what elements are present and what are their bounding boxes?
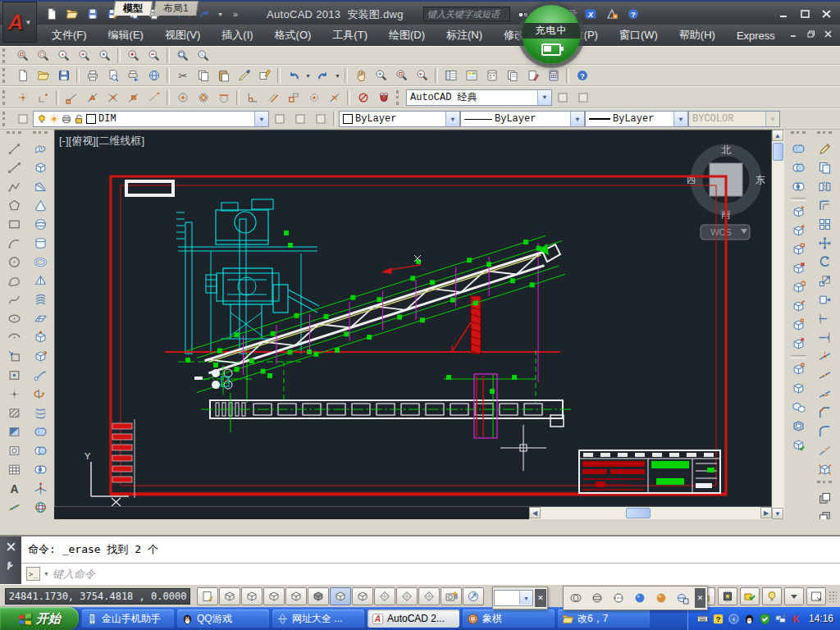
- chamfer-button[interactable]: [815, 404, 834, 422]
- revolve-button[interactable]: [30, 385, 50, 404]
- layer-unlock-icon[interactable]: [74, 114, 84, 124]
- visual-styles-close-icon[interactable]: ✕: [695, 588, 705, 608]
- my-workspace-button[interactable]: [573, 88, 593, 107]
- zoom-extents-button[interactable]: [193, 46, 213, 66]
- menu-item-6[interactable]: 绘图(D): [378, 25, 436, 46]
- manage-visual-styles-button[interactable]: [672, 589, 693, 607]
- shell-button[interactable]: [788, 417, 808, 436]
- doc-restore-button[interactable]: [805, 28, 818, 40]
- redo-button[interactable]: [313, 66, 333, 85]
- layer-plot-icon[interactable]: [62, 114, 71, 124]
- snap-midpoint-button[interactable]: [82, 88, 103, 107]
- scroll-right-button[interactable]: ▶: [760, 507, 772, 518]
- delete-faces-button[interactable]: [788, 259, 808, 278]
- extrude-button[interactable]: [30, 328, 50, 347]
- point-button[interactable]: [4, 385, 24, 404]
- 3d-orbit-button[interactable]: [30, 498, 50, 517]
- match-properties-button[interactable]: [234, 66, 254, 85]
- arc-button[interactable]: [4, 234, 24, 253]
- scroll-up-button[interactable]: ▲: [772, 130, 783, 141]
- task-autocad[interactable]: AAutoCAD 2...: [368, 609, 459, 628]
- linetype-combo-dropdown-icon[interactable]: ▼: [570, 112, 584, 126]
- subscription-icon[interactable]: [604, 6, 620, 22]
- copy-faces-button[interactable]: [788, 316, 808, 335]
- snap-parallel-button[interactable]: [262, 88, 283, 107]
- toolbar-drag-handle[interactable]: [817, 131, 832, 139]
- gradient-button[interactable]: [4, 422, 24, 441]
- plot-button[interactable]: [82, 66, 103, 85]
- extrude-faces-button[interactable]: [788, 203, 808, 221]
- close-command-icon[interactable]: [6, 541, 16, 552]
- save-button[interactable]: [53, 66, 74, 85]
- quick-calc-button[interactable]: [543, 66, 564, 85]
- more-commands-button[interactable]: »: [226, 5, 244, 23]
- close-button[interactable]: [819, 7, 835, 21]
- helix-button[interactable]: [30, 290, 50, 309]
- tray-network-icon[interactable]: [774, 613, 787, 625]
- viewport-label[interactable]: [-][俯视][二维线框]: [59, 134, 144, 148]
- menu-item-3[interactable]: 插入(I): [211, 25, 263, 46]
- publish-button[interactable]: [123, 66, 144, 85]
- toolbar-drag-handle[interactable]: [7, 131, 21, 139]
- undo-button[interactable]: [283, 66, 304, 85]
- toggle-ortho-mode[interactable]: [263, 587, 285, 605]
- sheet-set-manager-button[interactable]: [502, 66, 523, 85]
- status-lightbulb-button[interactable]: [762, 587, 782, 605]
- snap-tangent-button[interactable]: [213, 88, 234, 107]
- toolbar-drag-handle[interactable]: [2, 90, 9, 105]
- snap-apparent-intersection-button[interactable]: [123, 88, 144, 107]
- layer-previous-button[interactable]: [290, 109, 310, 129]
- scroll-left-button[interactable]: ◀: [529, 507, 541, 518]
- 3d-hidden-button[interactable]: [608, 589, 629, 607]
- layer-combo[interactable]: DIM▼: [33, 111, 269, 127]
- stretch-button[interactable]: [815, 290, 834, 309]
- doc-minimize-button[interactable]: [788, 28, 801, 40]
- menu-item-2[interactable]: 视图(V): [154, 25, 211, 46]
- taskbar-clock[interactable]: 14:16: [809, 613, 833, 624]
- floating-toolbar-close-icon[interactable]: ✕: [535, 589, 546, 607]
- hatch-button[interactable]: [4, 404, 24, 422]
- snap-intersection-button[interactable]: [103, 88, 123, 107]
- table-button[interactable]: [4, 460, 24, 479]
- open-button[interactable]: [33, 66, 53, 85]
- zoom-out-button[interactable]: [144, 46, 164, 66]
- toggle-3d-object-snap[interactable]: [330, 587, 351, 605]
- 3d-wireframe-button[interactable]: [587, 589, 608, 607]
- fillet-button[interactable]: [815, 422, 834, 441]
- osnap-settings-button[interactable]: [373, 88, 394, 107]
- rectangle-button[interactable]: [4, 215, 24, 234]
- application-menu-button[interactable]: A▼: [2, 2, 37, 43]
- toolbar-drag-handle[interactable]: [2, 48, 9, 63]
- snap-node-button[interactable]: [304, 88, 324, 107]
- ellipse-arc-button[interactable]: [4, 328, 24, 347]
- horizontal-scrollbar[interactable]: ◀ ▶: [529, 507, 772, 519]
- command-prompt-placeholder[interactable]: 键入命令: [52, 567, 95, 582]
- new-button[interactable]: [12, 66, 33, 85]
- ellipse-button[interactable]: [4, 309, 24, 328]
- mirror-button[interactable]: [815, 177, 834, 196]
- toggle-selection-cycling[interactable]: [463, 587, 484, 605]
- open-button[interactable]: [63, 5, 81, 23]
- zoom-scale-button[interactable]: [53, 46, 74, 66]
- menu-item-7[interactable]: 标注(N): [436, 25, 493, 46]
- snap-none-button[interactable]: [353, 88, 373, 107]
- redo-dropdown[interactable]: ▼: [217, 5, 224, 23]
- subtract-button[interactable]: [788, 158, 808, 177]
- doc-close-button[interactable]: [822, 28, 835, 40]
- layer-properties-manager-button[interactable]: [12, 109, 33, 129]
- torus-button[interactable]: [30, 253, 50, 272]
- lineweight-combo-dropdown-icon[interactable]: ▼: [673, 112, 687, 126]
- snap-perpendicular-button[interactable]: [242, 88, 262, 107]
- clean-screen-button[interactable]: [806, 587, 826, 605]
- make-block-button[interactable]: [4, 366, 24, 385]
- polygon-button[interactable]: [4, 196, 24, 215]
- zoom-center-button[interactable]: [74, 46, 94, 66]
- toggle-object-snap[interactable]: [308, 587, 329, 605]
- circle-button[interactable]: [4, 253, 24, 272]
- search-input[interactable]: [423, 7, 510, 21]
- layer-states-manager-button[interactable]: [310, 109, 331, 129]
- toggle-polar-tracking[interactable]: [285, 587, 307, 605]
- status-menu-button[interactable]: [784, 587, 804, 605]
- task-website-nav[interactable]: 网址大全 ...: [272, 609, 364, 628]
- copy-button[interactable]: [815, 158, 834, 177]
